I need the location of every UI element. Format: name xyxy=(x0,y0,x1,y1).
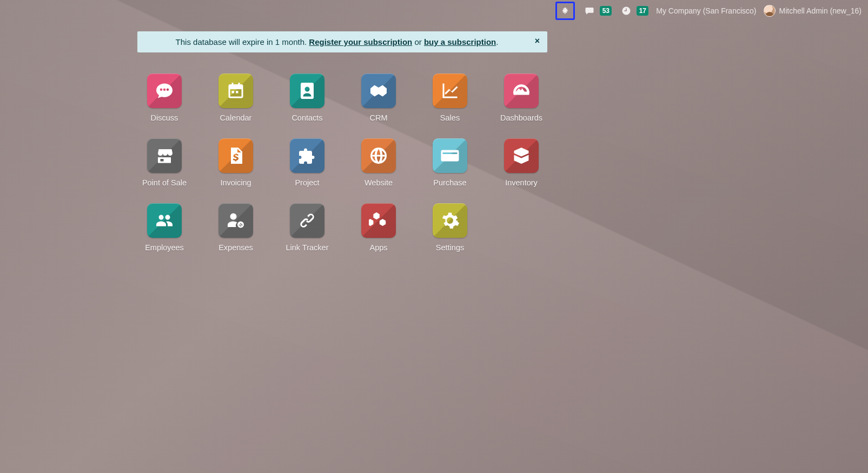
app-tile-discuss xyxy=(147,74,182,108)
user-name: Mitchell Admin (new_16) xyxy=(779,6,862,15)
puzzle-icon xyxy=(297,146,317,165)
app-label: Project xyxy=(295,178,319,187)
app-label: Calendar xyxy=(220,114,252,122)
shop-icon xyxy=(155,146,174,165)
app-tile-dashboards xyxy=(504,74,539,108)
app-tile-invoicing xyxy=(218,138,253,173)
box-icon xyxy=(512,146,531,165)
app-label: Employees xyxy=(145,243,184,252)
app-apps[interactable]: Apps xyxy=(343,203,414,252)
app-calendar[interactable]: Calendar xyxy=(200,74,271,122)
activities-button[interactable]: 17 xyxy=(619,4,648,18)
app-tile-inventory xyxy=(504,138,539,173)
banner-text-middle: or xyxy=(412,37,424,46)
globe-icon xyxy=(369,146,388,165)
app-dashboards[interactable]: Dashboards xyxy=(486,74,557,122)
chat-icon xyxy=(582,4,597,18)
linechart-icon xyxy=(440,81,460,101)
link-icon xyxy=(297,211,317,230)
app-tile-apps xyxy=(361,203,396,238)
app-tile-project xyxy=(290,138,324,173)
app-tile-point-of-sale xyxy=(147,138,182,173)
app-tile-website xyxy=(361,138,396,173)
app-settings[interactable]: Settings xyxy=(414,203,486,252)
app-tile-calendar xyxy=(218,74,253,108)
app-project[interactable]: Project xyxy=(271,138,343,187)
app-label: Dashboards xyxy=(500,114,542,122)
gear-icon xyxy=(440,211,460,230)
messages-button[interactable]: 53 xyxy=(582,4,612,18)
app-label: Contacts xyxy=(291,114,322,122)
user-menu[interactable]: Mitchell Admin (new_16) xyxy=(764,5,862,17)
messages-badge: 53 xyxy=(600,6,612,16)
app-sales[interactable]: Sales xyxy=(414,74,486,122)
top-navbar: 53 17 My Company (San Francisco) Mitchel… xyxy=(0,0,868,22)
app-label: Expenses xyxy=(218,243,253,252)
app-label: Inventory xyxy=(505,178,538,187)
app-tile-purchase xyxy=(433,138,467,173)
app-tile-settings xyxy=(433,203,467,238)
banner-text-suffix: . xyxy=(496,37,498,46)
card-icon xyxy=(440,146,460,165)
company-switcher[interactable]: My Company (San Francisco) xyxy=(656,6,756,15)
app-discuss[interactable]: Discuss xyxy=(129,74,200,122)
app-employees[interactable]: Employees xyxy=(129,203,200,252)
people-icon xyxy=(155,211,174,230)
expiration-banner: This database will expire in 1 month. Re… xyxy=(137,31,547,52)
app-invoicing[interactable]: Invoicing xyxy=(200,138,271,187)
calendar-icon xyxy=(226,81,246,101)
app-website[interactable]: Website xyxy=(343,138,414,187)
app-tile-crm xyxy=(361,74,396,108)
app-label: CRM xyxy=(369,114,387,122)
app-expenses[interactable]: Expenses xyxy=(200,203,271,252)
invoice-icon xyxy=(226,146,246,165)
app-label: Sales xyxy=(440,114,460,122)
app-label: Invoicing xyxy=(220,178,251,187)
activities-badge: 17 xyxy=(637,6,648,16)
app-contacts[interactable]: Contacts xyxy=(271,74,343,122)
app-crm[interactable]: CRM xyxy=(343,74,414,122)
banner-text-prefix: This database will expire in 1 month. xyxy=(176,37,309,46)
chat-icon xyxy=(155,81,174,101)
register-subscription-link[interactable]: Register your subscription xyxy=(309,37,412,46)
app-tile-employees xyxy=(147,203,182,238)
app-label: Apps xyxy=(369,243,387,252)
app-tile-contacts xyxy=(290,74,324,108)
handshake-icon xyxy=(369,81,388,101)
app-label: Website xyxy=(365,178,393,187)
app-label: Link Tracker xyxy=(286,243,329,252)
app-inventory[interactable]: Inventory xyxy=(486,138,557,187)
gauge-icon xyxy=(512,81,531,101)
app-tile-link-tracker xyxy=(290,203,324,238)
close-banner-button[interactable]: × xyxy=(535,36,540,46)
bug-report-button[interactable] xyxy=(555,2,575,20)
cubes-icon xyxy=(369,211,388,230)
clock-icon xyxy=(619,4,633,18)
expense-icon xyxy=(226,211,246,230)
app-grid: DiscussCalendarContactsCRMSalesDashboard… xyxy=(129,74,557,252)
app-label: Settings xyxy=(436,243,464,252)
app-tile-expenses xyxy=(218,203,253,238)
company-name: My Company (San Francisco) xyxy=(656,6,756,15)
contacts-icon xyxy=(297,81,317,101)
app-purchase[interactable]: Purchase xyxy=(414,138,486,187)
app-label: Point of Sale xyxy=(142,178,187,187)
bug-icon xyxy=(558,4,572,18)
buy-subscription-link[interactable]: buy a subscription xyxy=(424,37,496,46)
app-link-tracker[interactable]: Link Tracker xyxy=(271,203,343,252)
app-label: Purchase xyxy=(433,178,466,187)
app-point-of-sale[interactable]: Point of Sale xyxy=(129,138,200,187)
app-label: Discuss xyxy=(151,114,178,122)
app-tile-sales xyxy=(433,74,467,108)
avatar-icon xyxy=(764,5,776,17)
